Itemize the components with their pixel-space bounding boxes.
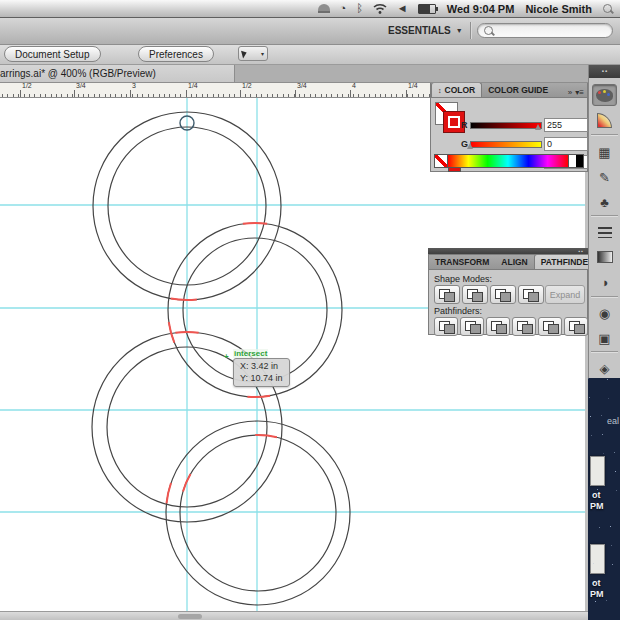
exclude-button[interactable] xyxy=(518,285,544,304)
tab-color[interactable]: ↕ COLOR xyxy=(431,82,482,97)
wallpaper-star xyxy=(615,471,616,472)
panel-collapse-arrows-icon[interactable]: » xyxy=(568,88,572,97)
search-input[interactable] xyxy=(477,23,613,38)
wallpaper-star xyxy=(603,453,604,454)
ruler-tick xyxy=(159,94,160,97)
tab-color-guide[interactable]: COLOR GUIDE xyxy=(482,83,554,97)
ruler-tick xyxy=(88,94,89,97)
battery-icon[interactable] xyxy=(418,4,436,14)
ruler-tick xyxy=(358,94,359,97)
app-dome-icon[interactable] xyxy=(318,4,330,13)
trim-button[interactable] xyxy=(460,317,484,336)
color-spectrum-bar[interactable] xyxy=(434,154,584,168)
panel-menu-icon[interactable]: ▾≡ xyxy=(575,88,584,97)
document-setup-button[interactable]: Document Setup xyxy=(4,46,101,62)
gradient-panel-icon[interactable] xyxy=(592,246,617,268)
macos-menubar: ◔ᛒ◄ Wed 9:04 PM Nicole Smith xyxy=(0,0,620,18)
expand-button[interactable]: Expand xyxy=(545,285,585,304)
wifi-icon[interactable] xyxy=(373,3,387,14)
ring-outer-path[interactable] xyxy=(166,421,350,605)
stroke-panel-icon[interactable] xyxy=(592,221,617,243)
ruler-tick xyxy=(391,94,392,97)
wallpaper-star xyxy=(611,545,612,546)
tab-transform[interactable]: TRANSFORM xyxy=(429,255,495,269)
layers-panel-icon[interactable]: ◈ xyxy=(592,357,617,379)
minus-back-button[interactable] xyxy=(564,317,588,336)
wallpaper-star xyxy=(598,508,599,509)
minus-front-button[interactable] xyxy=(462,285,488,304)
appearance-panel-icon[interactable]: ◉ xyxy=(592,302,617,324)
desktop-file-label: PM xyxy=(590,501,604,511)
menubar-clock[interactable]: Wed 9:04 PM xyxy=(447,3,515,15)
channel-slider[interactable] xyxy=(470,141,542,148)
unite-button[interactable] xyxy=(434,285,460,304)
tab-align[interactable]: ALIGN xyxy=(495,255,533,269)
swatches-panel-icon[interactable]: ▦ xyxy=(592,141,617,163)
ruler-unit-label: 1/2 xyxy=(22,82,32,89)
selected-segment-path[interactable] xyxy=(175,332,198,333)
color-panel-icon[interactable] xyxy=(592,84,617,106)
workspace-switcher[interactable]: ESSENTIALS ▼ xyxy=(388,23,463,38)
wallpaper-star xyxy=(591,435,592,436)
transparency-panel-icon[interactable]: ◑ xyxy=(592,271,617,293)
desktop-file-label: PM xyxy=(590,589,604,599)
volume-icon[interactable]: ◄ xyxy=(397,3,408,14)
brushes-panel-icon[interactable]: ✎ xyxy=(592,166,617,188)
selected-segment-path[interactable] xyxy=(247,396,270,397)
ruler-tick xyxy=(337,94,338,97)
ring-inner-path[interactable] xyxy=(180,435,336,591)
intersect-button[interactable] xyxy=(490,285,516,304)
ruler-tick xyxy=(13,94,14,97)
divide-button[interactable] xyxy=(434,317,458,336)
white-swatch[interactable] xyxy=(568,155,576,167)
tool-dropdown-button[interactable]: ▾ xyxy=(238,46,268,61)
channel-value-field[interactable]: 255 xyxy=(544,118,588,132)
color-panel-tabs: ↕ COLOR COLOR GUIDE » ▾≡ xyxy=(430,82,588,97)
ruler-tick xyxy=(288,94,289,97)
ruler-tick xyxy=(218,94,219,97)
symbols-panel-icon[interactable]: ♣ xyxy=(592,191,617,213)
dock-separator xyxy=(591,351,618,352)
time-machine-icon[interactable]: ◔ xyxy=(340,3,347,14)
color-guide-panel-icon[interactable] xyxy=(592,109,617,131)
crop-button[interactable] xyxy=(512,317,536,336)
slider-handle-icon[interactable] xyxy=(467,143,473,149)
artboard-canvas[interactable] xyxy=(0,97,588,611)
selected-segment-path[interactable] xyxy=(169,322,175,343)
ruler-tick xyxy=(126,94,127,97)
ruler-tick xyxy=(61,94,62,97)
tooltip-x: X: 3.42 in xyxy=(240,361,283,373)
control-bar: Document Setup Preferences ▾ xyxy=(0,44,620,65)
measurement-tooltip: X: 3.42 in Y: 10.74 in xyxy=(233,358,290,387)
selected-segment-path[interactable] xyxy=(167,483,172,503)
slider-handle-icon[interactable] xyxy=(535,124,541,130)
color-panel: ▪▪ ↕ COLOR COLOR GUIDE » ▾≡ R255G0B0 ⚠ xyxy=(430,76,588,172)
channel-slider[interactable] xyxy=(470,122,542,129)
ruler-tick xyxy=(234,94,235,97)
spectrum-ramp[interactable] xyxy=(448,155,568,167)
channel-value-field[interactable]: 0 xyxy=(544,137,588,151)
outline-button[interactable] xyxy=(538,317,562,336)
workspace-label: ESSENTIALS xyxy=(388,25,451,36)
document-tab[interactable]: arrings.ai* @ 400% (RGB/Preview) xyxy=(0,64,235,82)
desktop-file-icon[interactable] xyxy=(590,456,605,486)
horizontal-scrollbar-thumb[interactable] xyxy=(178,614,202,619)
spotlight-icon[interactable] xyxy=(603,4,612,13)
black-swatch[interactable] xyxy=(576,155,583,167)
ruler-major-tick xyxy=(20,90,21,97)
wallpaper-star xyxy=(608,398,609,399)
smart-guide-marker: + xyxy=(224,352,229,361)
ruler-tick xyxy=(418,94,419,97)
none-swatch[interactable] xyxy=(435,155,448,167)
desktop-file-icon[interactable] xyxy=(590,544,605,574)
smart-guide-label: intersect xyxy=(233,349,268,358)
graphic-styles-panel-icon[interactable]: ▣ xyxy=(592,327,617,349)
merge-button[interactable] xyxy=(486,317,510,336)
bluetooth-icon[interactable]: ᛒ xyxy=(356,3,363,14)
ruler-unit-label: 1/4 xyxy=(408,82,418,89)
menubar-user[interactable]: Nicole Smith xyxy=(525,3,592,15)
preferences-button[interactable]: Preferences xyxy=(138,46,214,62)
selected-segment-path[interactable] xyxy=(243,223,267,224)
ruler-tick xyxy=(67,94,68,97)
dock-collapse-bar[interactable]: ▪▪ xyxy=(589,64,620,78)
